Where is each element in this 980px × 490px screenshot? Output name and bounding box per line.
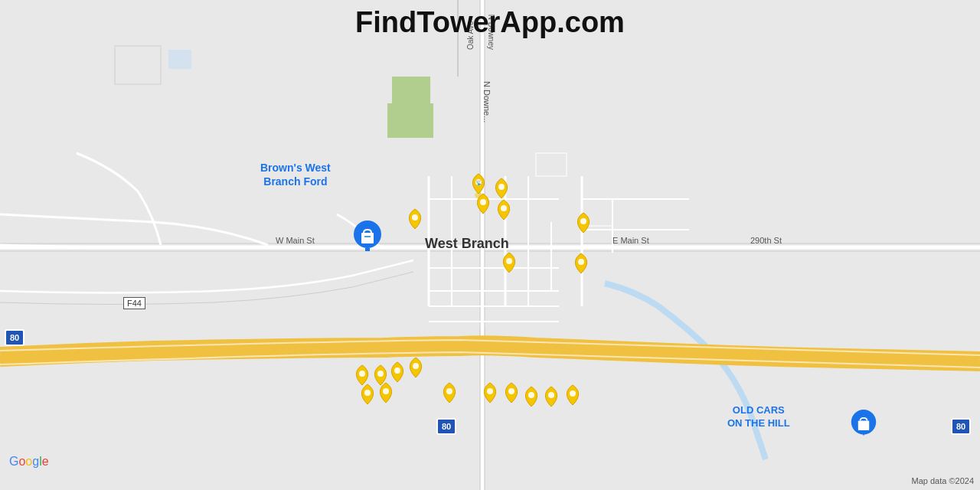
tower-marker[interactable]: [573, 211, 594, 237]
interstate-80-shield-center: 80: [436, 418, 456, 435]
tower-marker[interactable]: [570, 252, 592, 278]
map-data-attribution: Map data ©2024: [912, 476, 975, 485]
svg-point-62: [570, 390, 576, 397]
svg-point-55: [383, 388, 389, 394]
svg-point-53: [394, 368, 400, 374]
svg-point-45: [480, 199, 486, 205]
svg-point-59: [508, 388, 514, 394]
svg-point-49: [580, 218, 586, 224]
interstate-80-shield-east: 80: [951, 418, 971, 435]
tower-marker[interactable]: [498, 251, 520, 277]
business-browns-ford-label: Brown's West Branch Ford: [260, 161, 331, 188]
tower-marker[interactable]: [405, 356, 426, 382]
svg-point-51: [359, 371, 365, 377]
tower-marker[interactable]: [357, 383, 378, 409]
route-f44-marker: F44: [123, 297, 145, 309]
tower-marker[interactable]: [541, 385, 562, 411]
svg-text:Oak Ave: Oak Ave: [466, 21, 475, 50]
google-logo-g1: G: [9, 455, 18, 468]
svg-rect-1: [392, 77, 430, 103]
svg-point-57: [446, 388, 452, 394]
tower-marker[interactable]: [521, 385, 542, 411]
svg-rect-37: [361, 233, 374, 243]
road-label-n-downey: N Downe...: [482, 81, 492, 122]
svg-point-46: [501, 205, 507, 211]
svg-rect-32: [168, 50, 191, 69]
road-label-290th: 290th St: [750, 236, 782, 245]
svg-point-58: [487, 388, 493, 394]
west-branch-label: West Branch: [425, 236, 509, 252]
tower-marker[interactable]: [562, 384, 583, 410]
svg-point-54: [413, 363, 419, 369]
google-logo: Google: [9, 455, 49, 469]
tower-marker[interactable]: [404, 207, 426, 234]
svg-text:N Downey: N Downey: [487, 15, 495, 50]
svg-point-47: [506, 258, 512, 264]
google-logo-g2: g: [32, 455, 39, 468]
map-container: Oak Ave N Downey FindTowerApp.com West B…: [0, 0, 980, 490]
road-label-e-main: E Main St: [612, 236, 649, 245]
poi-old-cars-label: OLD CARS ON THE HILL: [727, 404, 790, 430]
svg-point-48: [412, 214, 418, 220]
tower-marker[interactable]: [501, 381, 522, 407]
interstate-80-shield-west: 80: [5, 329, 24, 346]
business-browns-ford-marker[interactable]: [352, 220, 383, 251]
tower-marker[interactable]: [439, 381, 460, 407]
svg-point-52: [377, 371, 384, 377]
road-label-w-main: W Main St: [276, 236, 315, 245]
svg-point-61: [548, 392, 554, 398]
tower-marker[interactable]: [493, 198, 514, 224]
svg-rect-40: [858, 420, 869, 430]
svg-rect-2: [387, 103, 433, 138]
svg-text:📡: 📡: [475, 179, 482, 186]
poi-old-cars-marker[interactable]: [850, 410, 877, 437]
google-logo-o2: o: [25, 455, 32, 468]
svg-point-56: [364, 390, 371, 396]
svg-point-50: [578, 259, 584, 265]
svg-point-44: [498, 184, 505, 190]
tower-marker[interactable]: [479, 381, 501, 407]
tower-marker[interactable]: [375, 381, 397, 407]
svg-point-60: [528, 392, 534, 398]
tower-marker[interactable]: [472, 192, 494, 218]
google-logo-e: e: [42, 455, 49, 468]
